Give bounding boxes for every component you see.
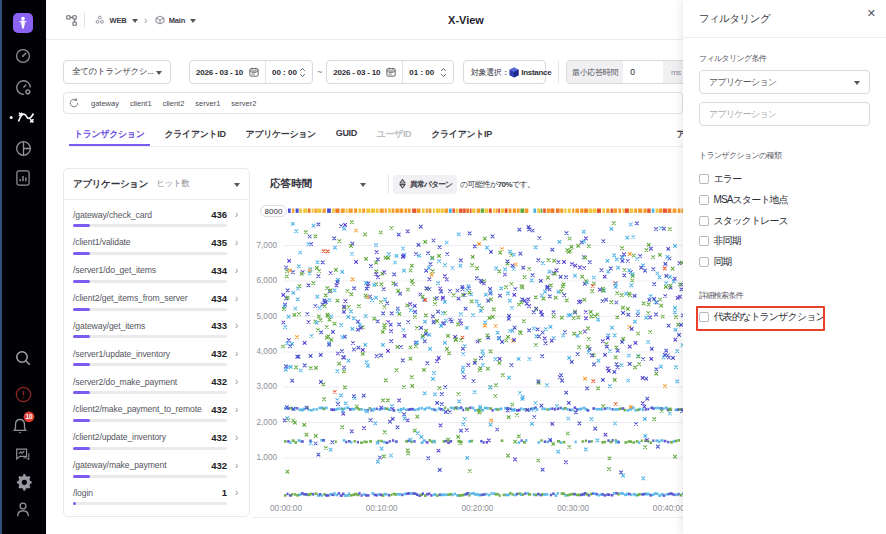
- svg-text:10: 10: [25, 413, 33, 420]
